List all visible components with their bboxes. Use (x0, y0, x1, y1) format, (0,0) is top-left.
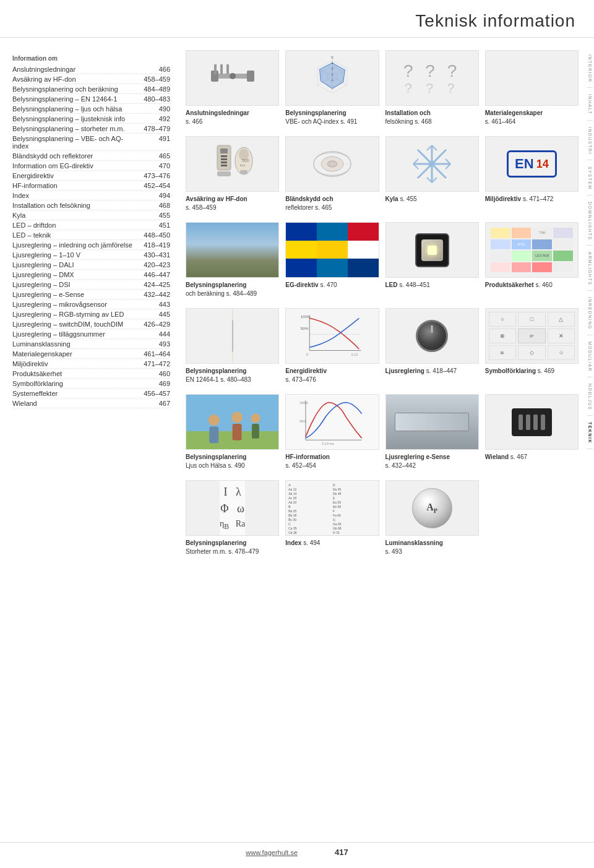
caption-bold-blandskydd: Bländskydd och (285, 196, 333, 202)
caption-page-ljusreglering: s. 418–447 (426, 367, 457, 374)
index-label: Ljusreglering – e-Sense (12, 291, 136, 298)
index-page: 465 (136, 152, 170, 160)
index-label: Belysningsplanering – ljus och hälsa (12, 105, 136, 113)
index-label: Energidirektiv (12, 172, 136, 179)
grid-row-3: Belysningsplanering och beräkning s. 484… (186, 222, 579, 298)
caption-page-kyla: s. 455 (400, 196, 416, 202)
sidebar-label-system: SYSTEM (587, 161, 593, 196)
caption-page-esense: s. 432–442 (385, 462, 416, 469)
svg-rect-21 (221, 155, 227, 157)
sidebar-label-nodljus: NÖDLJUS (587, 379, 593, 416)
svg-text:2: 2 (331, 72, 334, 76)
svg-rect-25 (217, 171, 231, 176)
page-footer: www.fagerhult.se 417 (0, 842, 594, 857)
sidebar-label-interior: INTERIOR (587, 49, 593, 88)
index-row: Belysningsplanering – VBE- och AQ-index4… (12, 134, 170, 151)
index-page: 451 (136, 221, 170, 229)
svg-point-48 (429, 161, 435, 167)
caption-bold-produktsakerhet: Produktsäkerhet (485, 281, 534, 288)
img-material (485, 50, 579, 106)
caption-ljusreglering-esense: Ljusreglering e-Sense s. 432–442 (385, 453, 479, 470)
sidebar-label-inhalt: INHALT (587, 89, 593, 120)
index-page: 455 (136, 212, 170, 219)
index-label: Ljusreglering – 1–10 V (12, 251, 136, 259)
img-wieland (485, 394, 579, 450)
caption-bold-material: Materialegenskaper (485, 110, 543, 116)
svg-rect-5 (220, 64, 223, 74)
index-page: 432–442 (136, 291, 170, 298)
img-ljusreglering (385, 308, 479, 364)
index-row: LED – driftdon451 (12, 220, 170, 230)
index-label: Kyla (12, 212, 136, 219)
index-page: 461–464 (136, 350, 170, 358)
website: www.fagerhult.se (246, 849, 298, 856)
index-page: 458–459 (136, 75, 170, 83)
caption-page-hf: s. 452–454 (285, 462, 316, 469)
index-page: 424–425 (136, 281, 170, 288)
svg-text:0: 0 (306, 353, 308, 356)
index-row: Bländskydd och reflektorer465 (12, 151, 170, 161)
index-page: 446–447 (136, 271, 170, 278)
index-label: Produktsäkerhet (12, 370, 136, 377)
index-page: 467 (136, 400, 170, 407)
index-label: Symbolförklaring (12, 380, 136, 387)
caption-produktsakerhet: Produktsäkerhet s. 460 (485, 281, 579, 290)
index-label: Belysningsplanering – VBE- och AQ-index (12, 135, 136, 150)
index-page: 484–489 (136, 85, 170, 93)
caption-belysning-berakning: Belysningsplanering och beräkning s. 484… (186, 281, 279, 298)
caption-bold-ljusreglering: Ljusreglering (385, 367, 424, 374)
caption-page-installation: felsökning s. 468 (385, 118, 432, 125)
caption-belysning-en: Belysningsplanering EN 12464-1 s. 480–48… (186, 367, 279, 384)
grid-item-belysning-en: Belysningsplanering EN 12464-1 s. 480–48… (186, 308, 279, 384)
caption-page-luminansklassning: s. 493 (385, 548, 402, 555)
grid-item-symbolforklaring: ○ □ △ ⊕ IP ✕ ≋ ◇ ☆ Symbolförklaring s. 4… (485, 308, 579, 384)
index-page: 471–472 (136, 360, 170, 367)
index-label: Ljusreglering – DMX (12, 271, 136, 278)
svg-rect-22 (221, 158, 227, 160)
index-row: Belysningsplanering – ljusteknisk info49… (12, 114, 170, 124)
svg-text:100%: 100% (300, 401, 309, 405)
grid-row-5: Belysningsplanering Ljus och Hälsa s. 49… (186, 394, 579, 470)
index-page: 452–454 (136, 182, 170, 189)
caption-bold-storheter: Belysningsplanering (186, 539, 246, 546)
img-produktsakerhet: T96 IP20 LED RGB (485, 222, 579, 278)
caption-luminansklassning: Luminansklassning s. 493 (385, 539, 479, 556)
index-row: Ljusreglering – DMX446–447 (12, 270, 170, 280)
grid-item-miljodirektiv: EN 14 Miljödirektiv s. 471–472 (485, 136, 579, 212)
index-label: Ljusreglering – DALI (12, 261, 136, 269)
index-label: Ljusreglering – tilläggsnummer (12, 330, 136, 338)
img-eg-direktiv (285, 222, 379, 278)
index-row: Belysningsplanering och beräkning484–489 (12, 84, 170, 94)
grid-row-4: Belysningsplanering EN 12464-1 s. 480–48… (186, 308, 579, 384)
index-row: Anslutningsledningar466 (12, 64, 170, 74)
img-energidirektiv: 100% 50% 0 0.13 (285, 308, 379, 364)
svg-text:3: 3 (331, 66, 334, 71)
caption-bold-index: Index (285, 539, 301, 546)
caption-bold-installation: Installation och (385, 110, 431, 116)
caption-bold-led: LED (385, 281, 398, 288)
grid-item-led: LED s. 448–451 (385, 222, 479, 298)
grid-item-belysning-ljus: Belysningsplanering Ljus och Hälsa s. 49… (186, 394, 279, 470)
caption-led: LED s. 448–451 (385, 281, 479, 290)
index-row: Luminansklassning493 (12, 339, 170, 349)
caption-page-led: s. 448–451 (399, 281, 430, 288)
index-label: Belysningsplanering – EN 12464-1 (12, 95, 136, 103)
img-led (385, 222, 479, 278)
index-row: Produktsäkerhet460 (12, 369, 170, 379)
index-row: Symbolförklaring469 (12, 379, 170, 389)
svg-text:lun: lun (240, 163, 245, 167)
caption-bold-berakning: Belysningsplanering (186, 281, 246, 288)
img-ljusreglering-esense (385, 394, 479, 450)
index-label: Wieland (12, 400, 136, 407)
caption-page-ljus: Ljus och Hälsa s. 490 (186, 462, 245, 469)
grid-item-kyla: Kyla s. 455 (385, 136, 479, 212)
img-blandskydd (285, 136, 379, 192)
svg-rect-20 (220, 148, 228, 153)
index-row: Ljusreglering – tilläggsnummer444 (12, 329, 170, 339)
img-index: AAa 12Ab 14Ac 18Ad 20BBa 25Bb 28Bc 30CCa… (285, 480, 379, 536)
svg-rect-4 (214, 64, 217, 74)
index-page: 492 (136, 115, 170, 122)
index-label: LED – driftdon (12, 221, 136, 229)
caption-page-index: s. 494 (303, 539, 320, 546)
caption-bold-avsäkring: Avsäkring av HF-don (186, 196, 248, 202)
